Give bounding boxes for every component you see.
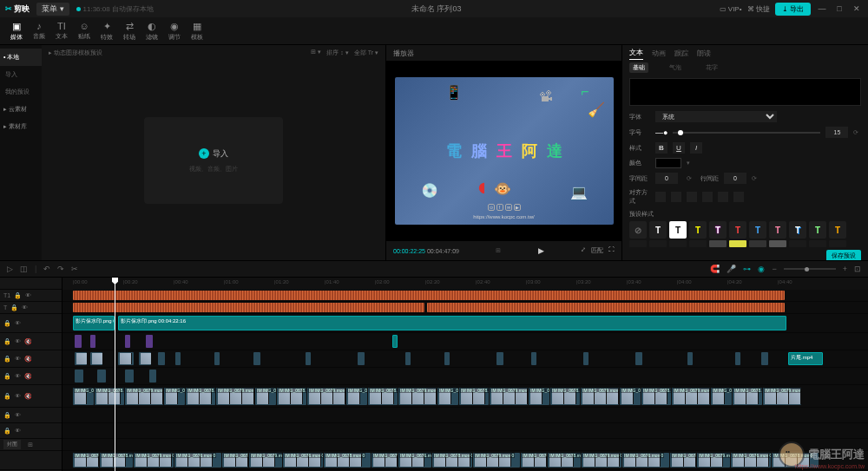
track-b1[interactable]: IM IMG_0676.mov 0IM IMG_0678.mov 0IM IMG… <box>62 451 868 470</box>
letter-spacing-input[interactable] <box>655 173 678 184</box>
fit-icon[interactable]: ⊡ <box>854 265 861 273</box>
scale-icon[interactable]: ⤢ <box>581 246 586 255</box>
tab-transition[interactable]: ⇄转场 <box>118 19 141 43</box>
small-clip[interactable] <box>687 352 693 365</box>
menu-button[interactable]: 菜单 ▾ <box>36 3 69 16</box>
small-clip[interactable] <box>253 352 260 365</box>
video-clip[interactable]: IM IMG_0678.mov 0 <box>95 388 124 405</box>
track-header-v1[interactable]: 🔒👁🔇 <box>0 385 62 408</box>
small-clip[interactable] <box>635 352 642 365</box>
video-clip[interactable]: IM IMG_0678.mov 0 <box>368 388 398 405</box>
video-clip[interactable]: IM IMG_0679.mov 0 <box>672 388 710 405</box>
size-slider[interactable] <box>673 132 820 134</box>
preset-sub[interactable] <box>729 240 746 247</box>
size-input[interactable] <box>825 127 848 138</box>
zoom-out[interactable]: − <box>772 265 776 273</box>
video-clip[interactable]: IM IMG_0678.mov 0 <box>100 453 133 468</box>
fullscreen-icon[interactable]: ⛶ <box>608 246 615 255</box>
tab-adjust[interactable]: ◉调节 <box>163 19 186 43</box>
small-clip[interactable] <box>735 352 740 365</box>
track-audio-2[interactable] <box>62 302 868 314</box>
import-dropzone[interactable]: + 导入 视频、音频、图片 <box>144 117 283 204</box>
zoom-slider[interactable] <box>784 268 836 270</box>
small-clip[interactable] <box>158 352 165 365</box>
tab-media[interactable]: ▣媒体 <box>5 19 28 43</box>
small-clip[interactable] <box>583 352 589 365</box>
ptab-read[interactable]: 朗读 <box>697 47 711 60</box>
overlay-clip[interactable]: 影片保水印.png 000 <box>73 316 115 330</box>
color-picker[interactable] <box>655 158 681 168</box>
track-v4[interactable] <box>62 333 868 350</box>
track-v2[interactable] <box>62 368 868 385</box>
preset-sub[interactable] <box>809 240 826 247</box>
mic-icon[interactable]: 🎤 <box>727 265 736 273</box>
small-clip[interactable] <box>125 335 130 348</box>
track-header-v5[interactable]: 🔒👁 <box>0 314 62 333</box>
pstab-bubble[interactable]: 气泡 <box>666 62 685 73</box>
align-right[interactable] <box>687 192 697 202</box>
preset-2[interactable]: T <box>669 221 687 239</box>
split-button[interactable]: ✂ <box>71 265 78 273</box>
end-clip[interactable]: 片尾.mp4 <box>788 352 823 365</box>
video-clip[interactable]: IM IMG_0676.mov 0 <box>174 453 221 468</box>
font-select[interactable]: 系统 <box>655 111 777 122</box>
track-a2[interactable] <box>62 423 868 439</box>
tab-audio[interactable]: ♪音频 <box>28 19 50 43</box>
audio-clip[interactable] <box>427 303 785 311</box>
ptab-track[interactable]: 跟踪 <box>674 47 688 60</box>
small-clip[interactable] <box>90 335 95 348</box>
preview-icon[interactable]: ◉ <box>758 265 765 273</box>
small-clip[interactable] <box>358 352 365 365</box>
sidenav-library[interactable]: ▸ 素材库 <box>0 118 42 135</box>
video-clip[interactable]: IM IMG_0679.mov 0 <box>134 453 174 468</box>
minimize-button[interactable]: — <box>816 3 828 15</box>
close-button[interactable]: ✕ <box>851 3 863 15</box>
small-clip[interactable] <box>496 352 503 365</box>
video-clip[interactable]: IM IMG_0676.mov 0 <box>164 388 185 405</box>
align-middle[interactable] <box>718 192 728 202</box>
small-clip[interactable] <box>118 352 134 365</box>
track-header-b1[interactable] <box>0 451 62 470</box>
redo-button[interactable]: ↷ <box>57 265 64 273</box>
ptab-anim[interactable]: 动画 <box>652 47 666 60</box>
video-clip[interactable]: IM IMG_0679.mov 0 <box>473 453 520 468</box>
tab-filter[interactable]: ◐滤镜 <box>141 19 163 43</box>
track-v1[interactable]: IM IMG_0676.mov 0IM IMG_0678.mov 0IM IMG… <box>62 385 868 408</box>
sidenav-import[interactable]: 导入 <box>0 66 42 83</box>
tab-effect[interactable]: ✦特效 <box>95 19 118 43</box>
filter-button[interactable]: 全部 Tr ▾ <box>354 49 378 57</box>
video-clip[interactable]: IM IMG_0678.mov 0 <box>432 453 472 468</box>
preset-3[interactable]: T <box>689 221 707 239</box>
play-button[interactable]: ▶ <box>538 246 544 255</box>
preset-10[interactable]: T <box>829 221 846 239</box>
video-preview[interactable]: 📱 📽 ⌐ 🧹 💿 ◖ 🐵 💻 電 腦 王 阿 達 ⊙f✉▶ <box>395 77 614 225</box>
video-clip[interactable]: IM IMG_0676.mov 0 <box>529 388 549 405</box>
align-bottom[interactable] <box>733 192 744 202</box>
magnet-icon[interactable]: 🧲 <box>710 265 720 273</box>
track-v3[interactable]: 片尾.mp4 <box>62 350 868 368</box>
video-clip[interactable]: IM IMG_0679.mov 0 <box>581 388 619 405</box>
video-clip[interactable]: IM IMG_0678.mov 0 <box>641 388 671 405</box>
preset-sub[interactable] <box>649 240 667 247</box>
preset-sub[interactable] <box>709 240 727 247</box>
preset-sub[interactable] <box>789 240 806 247</box>
small-clip[interactable] <box>175 352 181 365</box>
underline-button[interactable]: U <box>673 142 685 154</box>
save-preset-button[interactable]: 保存预设 <box>826 250 861 260</box>
pointer-tool[interactable]: ▷ <box>7 265 13 273</box>
video-clip[interactable]: IM IMG_0676.mov 0 <box>73 388 94 405</box>
vip-badge[interactable]: ▭ VIP• <box>720 5 742 13</box>
video-clip[interactable]: IM IMG_0678.mov 0 <box>277 388 306 405</box>
track-header-t1[interactable]: T1🔒👁 <box>0 290 62 302</box>
timeline-ruler[interactable]: |00:00|00:20|00:40|01:00|01:20|01:40|02:… <box>62 278 868 290</box>
small-clip[interactable] <box>97 370 106 383</box>
overlay-clip[interactable]: 影片保水印.png 00:04:22:16 <box>118 316 786 330</box>
video-clip[interactable]: IM IMG_0679.mov 0 <box>697 453 730 468</box>
preset-sub[interactable] <box>689 240 707 247</box>
playhead[interactable] <box>115 278 115 471</box>
video-clip[interactable]: IM IMG_0679.mov 0 <box>307 388 345 405</box>
tab-sticker[interactable]: ☺贴纸 <box>73 19 95 43</box>
pstab-wordart[interactable]: 花字 <box>702 62 721 73</box>
preset-sub[interactable] <box>769 240 786 247</box>
small-clip[interactable] <box>531 352 536 365</box>
